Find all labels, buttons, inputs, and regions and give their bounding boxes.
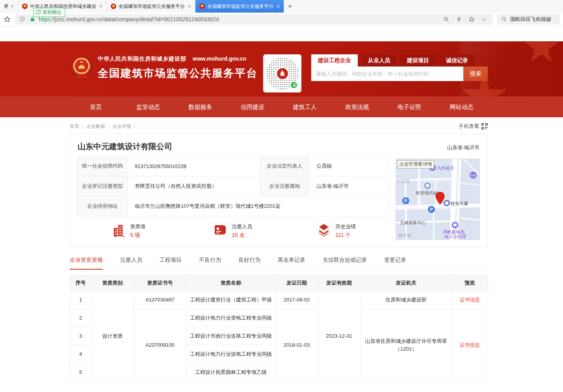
nav-item-data-service[interactable]: 数据服务 bbox=[174, 96, 227, 117]
tab-qualifications[interactable]: 企业资质资格 bbox=[70, 257, 103, 270]
info-label: 企业经营地址 bbox=[78, 196, 128, 216]
cell-cert-no: A237009100 bbox=[134, 309, 186, 381]
new-tab-button[interactable]: + bbox=[284, 0, 296, 13]
shield-icon[interactable] bbox=[18, 15, 26, 23]
cert-info-link[interactable]: 证书信息 bbox=[460, 342, 480, 348]
map-tooltip: 点击可查看详情 bbox=[397, 160, 434, 168]
search-button[interactable]: 搜索 bbox=[463, 67, 488, 81]
qr-mini-icon[interactable] bbox=[481, 123, 488, 129]
company-stats: 资质项 5 项 注册人员 10 名 历史业绩 bbox=[77, 223, 388, 239]
tab-bad-behavior[interactable]: 不良行为 bbox=[199, 257, 221, 270]
registration-type-value: 有限责任公司（自然人投资或控股） bbox=[128, 176, 260, 196]
tab-change-records[interactable]: 变更记录 bbox=[384, 257, 406, 270]
browser-tab-jzsc-1[interactable]: 全国建筑市场监管公共服务平台 × bbox=[107, 0, 195, 13]
favorite-star-icon[interactable] bbox=[468, 15, 476, 23]
nav-item-workers[interactable]: 建筑工人 bbox=[279, 96, 331, 117]
company-region: 山东省-临沂市 bbox=[447, 144, 479, 151]
copy-url-tooltip: 复制网址 bbox=[33, 8, 65, 17]
search-tab-enterprise[interactable]: 建设工程企业 bbox=[311, 54, 358, 67]
col-preview: 预览 bbox=[452, 275, 488, 291]
nav-item-site-news[interactable]: 网站动态 bbox=[435, 96, 488, 117]
header-search-panel: 建设工程企业 从业人员 建设项目 诚信记录 搜索 bbox=[311, 54, 488, 81]
registration-region-value: 山东省-临沂市 bbox=[309, 176, 389, 196]
business-address-value: 临沂市兰山区陶然路107号星河晶都（联安）现代城1号楼2201室 bbox=[128, 196, 389, 216]
info-label: 企业登记注册类型 bbox=[78, 176, 128, 196]
cell-preview: 证书信息 bbox=[452, 291, 488, 309]
stat-qualifications[interactable]: 资质项 5 项 bbox=[77, 223, 181, 239]
map-label-garden: 纪花园 bbox=[397, 179, 410, 183]
stat-value: 111 个 bbox=[335, 232, 356, 239]
tab-close-icon[interactable]: × bbox=[188, 3, 191, 9]
stat-registered-personnel[interactable]: 注册人员 10 名 bbox=[181, 223, 284, 239]
browser-toolbar: https://jzsc.mohurd.gov.cn/data/company/… bbox=[0, 13, 563, 26]
tab-close-icon[interactable]: × bbox=[99, 3, 102, 9]
stat-history-performance[interactable]: 历史业绩 111 个 bbox=[285, 223, 388, 239]
cell-issue-date: 2018-01-03 bbox=[276, 309, 318, 381]
browser-tab-partial[interactable]: 界 × bbox=[0, 0, 18, 13]
tab-good-behavior[interactable]: 良好行为 bbox=[238, 257, 260, 270]
tab-favicon-icon bbox=[199, 4, 205, 9]
company-name: 山东中元建筑设计有限公司 bbox=[78, 141, 172, 152]
cert-info-link[interactable]: 证书信息 bbox=[460, 297, 480, 303]
zoom-out-icon[interactable] bbox=[442, 15, 450, 23]
chevron-down-icon[interactable] bbox=[480, 15, 488, 23]
col-authority: 发证机关 bbox=[360, 275, 452, 291]
map-label-xinhua: 新华苑 bbox=[398, 233, 411, 238]
copy-icon bbox=[36, 11, 39, 14]
cell-qual-name: 工程设计市政行业道路工程专业丙级 bbox=[186, 327, 276, 345]
table-header-row: 序号 资质类别 资质证书号 资质名称 发证日期 发证有效期 发证机关 预览 bbox=[70, 275, 488, 291]
breadcrumb-home[interactable]: 首页 bbox=[70, 123, 79, 130]
search-tab-personnel[interactable]: 从业人员 bbox=[361, 54, 397, 67]
nav-item-policy[interactable]: 政策法规 bbox=[331, 96, 383, 117]
bookmark-star-icon[interactable] bbox=[3, 15, 11, 23]
lightning-icon[interactable] bbox=[455, 15, 463, 23]
stat-value: 10 名 bbox=[232, 232, 252, 239]
search-tab-credit[interactable]: 诚信记录 bbox=[439, 54, 475, 67]
cell-preview: 证书信息 bbox=[452, 309, 488, 381]
site-logo[interactable]: 中华人民共和国住房和城乡建设部www.mohurd.gov.cn 全国建筑市场监… bbox=[71, 55, 258, 80]
breadcrumb-company-detail[interactable]: 企业详情 bbox=[112, 123, 131, 130]
quick-search-text: 国航回应飞机颠簸 bbox=[510, 16, 551, 23]
browser-tab-jzsc-active[interactable]: 全国建筑市场监管公共服务平台 × bbox=[195, 0, 284, 13]
stat-label: 注册人员 bbox=[232, 223, 252, 230]
col-seq: 序号 bbox=[70, 275, 91, 291]
tab-close-icon[interactable]: × bbox=[11, 3, 14, 9]
tab-blacklist[interactable]: 黑名单记录 bbox=[278, 257, 305, 270]
url-text[interactable]: https://jzsc.mohurd.gov.cn/data/company/… bbox=[39, 16, 440, 22]
map-label-tower: 联安大厦 bbox=[451, 201, 468, 206]
quick-search-box[interactable]: 国航回应飞机颠簸 bbox=[497, 14, 560, 24]
cell-qual-name: 工程设计风景园林工程专项乙级 bbox=[186, 363, 276, 381]
svg-text:P: P bbox=[430, 207, 433, 212]
breadcrumb-company-data[interactable]: 企业数据 bbox=[86, 123, 105, 130]
cell-authority: 山东省住房和城乡建设厅许可专用章 （1201） bbox=[360, 309, 452, 381]
main-nav: 首页 监管动态 数据服务 信用建设 建筑工人 政策法规 电子证照 网站动态 bbox=[70, 96, 488, 117]
breadcrumb: 首页 › 企业数据 › 企业详情 › 手机查看 bbox=[70, 123, 488, 130]
tab-dishonesty-records[interactable]: 失信联合惩戒记录 bbox=[323, 257, 367, 270]
search-tab-project[interactable]: 建设项目 bbox=[400, 54, 436, 67]
nav-item-credit[interactable]: 信用建设 bbox=[227, 96, 279, 117]
url-bar[interactable]: https://jzsc.mohurd.gov.cn/data/company/… bbox=[15, 14, 493, 24]
cell-seq: 5 bbox=[70, 363, 91, 381]
tab-close-icon[interactable]: × bbox=[277, 3, 280, 9]
nav-item-e-license[interactable]: 电子证照 bbox=[383, 96, 436, 117]
certificate-icon bbox=[214, 223, 227, 237]
keyword-search-input[interactable] bbox=[311, 67, 463, 81]
company-location-map[interactable]: 点击可查看详情 bbox=[396, 159, 480, 240]
mobile-view-label[interactable]: 手机查看 bbox=[459, 123, 479, 130]
legal-rep-value: 公茂福 bbox=[309, 156, 389, 176]
nav-item-supervision[interactable]: 监管动态 bbox=[122, 96, 175, 117]
cell-qual-name: 工程设计电力行业送电工程专业丙级 bbox=[186, 345, 276, 363]
map-label-supermarket: 九州超市 bbox=[437, 166, 454, 170]
ministry-url: www.mohurd.gov.cn bbox=[193, 55, 246, 62]
col-valid-until: 发证有效期 bbox=[318, 275, 360, 291]
col-name: 资质名称 bbox=[186, 275, 276, 291]
tab-registered-personnel[interactable]: 注册人员 bbox=[120, 257, 142, 270]
national-emblem-icon bbox=[71, 56, 92, 80]
cell-seq: 3 bbox=[70, 327, 91, 345]
tab-projects[interactable]: 工程项目 bbox=[160, 257, 182, 270]
map-label-biz-center: 九峰商务中心 bbox=[400, 220, 426, 225]
nav-item-home[interactable]: 首页 bbox=[70, 96, 122, 117]
credit-code-value: 91371302675501022B bbox=[128, 156, 260, 176]
company-card: 山东中元建筑设计有限公司 山东省-临沂市 统一社会信用代码 9137130267… bbox=[69, 134, 488, 247]
cell-cert-no: A137030497 bbox=[134, 291, 186, 309]
